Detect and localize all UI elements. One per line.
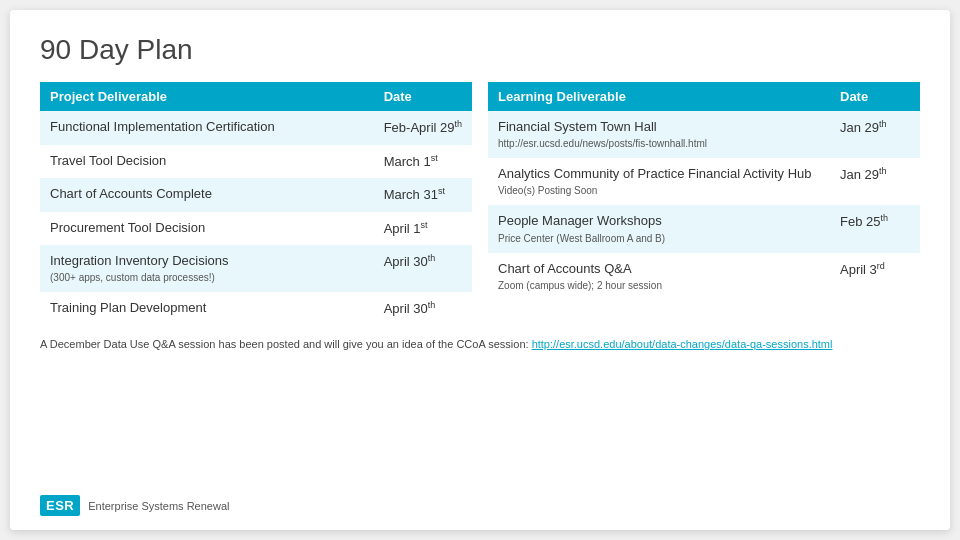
right-table: Learning Deliverable Date Financial Syst… [488, 82, 920, 300]
right-table-row: People Manager WorkshopsPrice Center (We… [488, 205, 920, 252]
left-deliverable-cell: Functional Implementation Certification [40, 111, 374, 145]
right-deliverable-cell: People Manager WorkshopsPrice Center (We… [488, 205, 830, 252]
left-date-cell: March 1st [374, 145, 472, 179]
tables-row: Project Deliverable Date Functional Impl… [40, 82, 920, 326]
left-col-deliverable: Project Deliverable [40, 82, 374, 111]
right-table-body: Financial System Town Hallhttp://esr.ucs… [488, 111, 920, 300]
right-deliverable-cell: Financial System Town Hallhttp://esr.ucs… [488, 111, 830, 158]
right-date-cell: Feb 25th [830, 205, 920, 252]
left-date-cell: Feb-April 29th [374, 111, 472, 145]
left-date-cell: April 1st [374, 212, 472, 246]
left-table-body: Functional Implementation CertificationF… [40, 111, 472, 326]
page-title: 90 Day Plan [40, 34, 920, 66]
left-deliverable-cell: Integration Inventory Decisions(300+ app… [40, 245, 374, 292]
left-deliverable-cell: Procurement Tool Decision [40, 212, 374, 246]
right-date-cell: Jan 29th [830, 111, 920, 158]
left-table-row: Integration Inventory Decisions(300+ app… [40, 245, 472, 292]
left-col-date: Date [374, 82, 472, 111]
right-table-row: Analytics Community of Practice Financia… [488, 158, 920, 205]
right-table-wrap: Learning Deliverable Date Financial Syst… [488, 82, 920, 326]
footnote-text: A December Data Use Q&A session has been… [40, 338, 532, 350]
right-deliverable-sub: Zoom (campus wide); 2 hour session [498, 279, 820, 293]
left-deliverable-cell: Chart of Accounts Complete [40, 178, 374, 212]
right-date-cell: Jan 29th [830, 158, 920, 205]
left-table: Project Deliverable Date Functional Impl… [40, 82, 472, 326]
right-deliverable-cell: Chart of Accounts Q&AZoom (campus wide);… [488, 253, 830, 300]
left-deliverable-cell: Travel Tool Decision [40, 145, 374, 179]
esr-tagline: Enterprise Systems Renewal [88, 500, 229, 512]
left-table-row: Procurement Tool DecisionApril 1st [40, 212, 472, 246]
right-deliverable-sub: http://esr.ucsd.edu/news/posts/fis-townh… [498, 137, 820, 151]
left-table-wrap: Project Deliverable Date Functional Impl… [40, 82, 472, 326]
left-table-row: Travel Tool DecisionMarch 1st [40, 145, 472, 179]
right-deliverable-cell: Analytics Community of Practice Financia… [488, 158, 830, 205]
esr-logo: ESR [40, 495, 80, 516]
left-date-cell: April 30th [374, 292, 472, 326]
right-table-row: Chart of Accounts Q&AZoom (campus wide);… [488, 253, 920, 300]
right-table-row: Financial System Town Hallhttp://esr.ucs… [488, 111, 920, 158]
footnote-link[interactable]: http://esr.ucsd.edu/about/data-changes/d… [532, 338, 833, 350]
right-deliverable-sub: Price Center (West Ballroom A and B) [498, 232, 820, 246]
left-date-cell: April 30th [374, 245, 472, 292]
left-deliverable-cell: Training Plan Development [40, 292, 374, 326]
footer: ESR Enterprise Systems Renewal [40, 495, 229, 516]
right-col-date: Date [830, 82, 920, 111]
right-col-deliverable: Learning Deliverable [488, 82, 830, 111]
left-deliverable-sub: (300+ apps, custom data processes!) [50, 271, 364, 285]
right-deliverable-sub: Video(s) Posting Soon [498, 184, 820, 198]
slide: 90 Day Plan Project Deliverable Date Fun… [10, 10, 950, 530]
left-date-cell: March 31st [374, 178, 472, 212]
left-table-header: Project Deliverable Date [40, 82, 472, 111]
left-table-row: Chart of Accounts CompleteMarch 31st [40, 178, 472, 212]
left-table-row: Functional Implementation CertificationF… [40, 111, 472, 145]
right-date-cell: April 3rd [830, 253, 920, 300]
left-table-row: Training Plan DevelopmentApril 30th [40, 292, 472, 326]
right-table-header: Learning Deliverable Date [488, 82, 920, 111]
footnote: A December Data Use Q&A session has been… [40, 336, 920, 353]
